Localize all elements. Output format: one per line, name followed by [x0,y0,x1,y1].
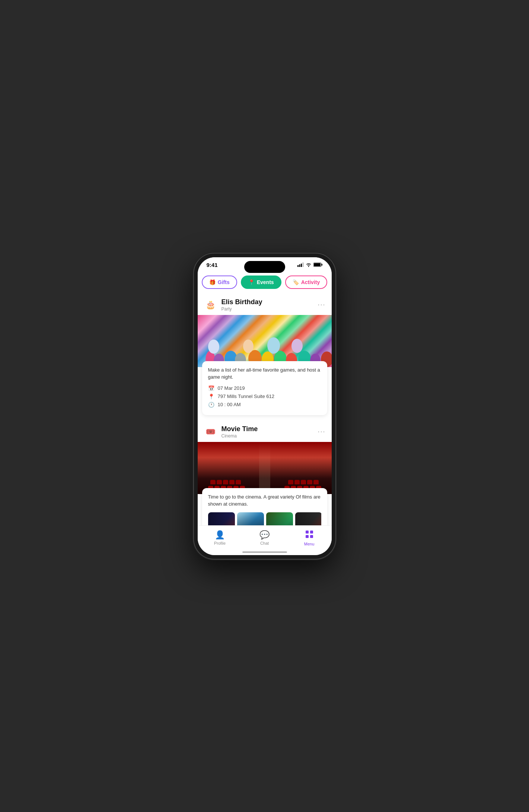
tab-events[interactable]: 📍 Events [241,276,281,289]
nav-profile[interactable]: 👤 Profile [198,529,242,548]
activity-label: Activity [301,279,320,285]
profile-nav-icon: 👤 [215,530,225,540]
movie-subtitle: Cinema [222,433,258,439]
menu-nav-icon [305,530,313,541]
gifts-label: Gifts [218,279,230,285]
events-label: Events [257,279,274,285]
birthday-banner [198,315,332,367]
dynamic-island [244,261,285,273]
event-card-movie: 🎟️ Movie Time Cinema ··· [198,420,332,525]
svg-rect-8 [310,531,313,534]
battery-icon [313,262,323,267]
movie-info-header: Movie Time Cinema [222,425,258,439]
svg-rect-9 [306,535,309,538]
tab-gifts[interactable]: 🎁 Gifts [202,276,237,289]
tab-activity[interactable]: 🏷️ Activity [285,276,328,289]
events-icon: 📍 [248,279,255,285]
poster-avengers[interactable]: AVENGERSEND GAME [208,512,235,525]
event-card-birthday: 🎂 Elis Birthday Party ··· [198,293,332,415]
svg-rect-10 [310,535,313,538]
birthday-info-card: Make a list of her all-time favorite gam… [202,361,327,415]
movie-more-button[interactable]: ··· [318,428,325,436]
poster-jumanji[interactable]: JUMANJI [266,512,293,525]
phone-frame: 9:41 [194,254,335,559]
svg-rect-5 [321,264,322,266]
birthday-description: Make a list of her all-time favorite gam… [208,366,321,381]
svg-rect-6 [314,263,321,266]
movie-description: Time to go to the cinema. A great variet… [208,493,321,508]
birthday-icon: 🎂 [204,298,218,312]
tab-row: 🎁 Gifts 📍 Events 🏷️ Activity [198,270,332,293]
birthday-location: 797 Mills Tunnel Suite 612 [218,394,274,399]
movie-info-card: Time to go to the cinema. A great variet… [202,488,327,525]
birthday-location-detail: 📍 797 Mills Tunnel Suite 612 [208,394,321,399]
event-header-left: 🎂 Elis Birthday Party [204,298,262,312]
movie-icon: 🎟️ [204,425,218,439]
status-time: 9:41 [207,262,218,268]
chat-nav-icon: 💬 [259,530,270,540]
bottom-nav: 👤 Profile 💬 Chat Menu [198,525,332,555]
nav-menu[interactable]: Menu [287,529,332,548]
poster-johnwick[interactable]: JOHNWICK 3 [295,512,321,525]
status-icons [297,262,323,267]
event-movie-header-left: 🎟️ Movie Time Cinema [204,425,258,439]
phone-screen: 9:41 [198,257,332,555]
home-indicator [242,551,287,553]
svg-rect-7 [306,531,309,534]
poster-johnwick-label: JOHNWICK 3 [295,512,321,525]
activity-icon: 🏷️ [293,279,299,285]
wifi-icon [306,262,312,267]
chat-nav-label: Chat [260,541,269,545]
birthday-date-detail: 📅 07 Mar 2019 [208,385,321,391]
birthday-subtitle: Party [222,306,262,312]
poster-frozen[interactable]: FROZENII [237,512,264,525]
event-header-birthday: 🎂 Elis Birthday Party ··· [198,293,332,315]
poster-jumanji-label: JUMANJI [266,512,293,525]
signal-icon [297,262,304,267]
svg-rect-1 [299,264,300,267]
birthday-date: 07 Mar 2019 [218,385,245,391]
poster-avengers-label: AVENGERSEND GAME [208,512,235,525]
movie-posters-grid: AVENGERSEND GAME FROZENII JUMANJI JOHNWI… [208,512,321,525]
svg-rect-0 [297,265,299,267]
poster-frozen-label: FROZENII [237,512,264,525]
birthday-time: 10 : 00 AM [218,402,241,407]
calendar-icon: 📅 [208,385,215,391]
birthday-time-detail: 🕐 10 : 00 AM [208,402,321,408]
birthday-title: Elis Birthday [222,298,262,306]
birthday-more-button[interactable]: ··· [318,301,325,309]
profile-nav-label: Profile [214,541,226,545]
gifts-icon: 🎁 [209,279,216,285]
scroll-area[interactable]: 🎁 Gifts 📍 Events 🏷️ Activity 🎂 [198,270,332,525]
movie-title: Movie Time [222,425,258,433]
nav-chat[interactable]: 💬 Chat [242,529,287,548]
svg-rect-2 [301,264,302,267]
svg-rect-3 [302,262,303,267]
event-header-movie: 🎟️ Movie Time Cinema ··· [198,420,332,442]
birthday-info: Elis Birthday Party [222,298,262,312]
cinema-banner [198,442,332,494]
location-icon: 📍 [208,394,215,399]
clock-icon: 🕐 [208,402,215,408]
menu-nav-label: Menu [304,542,315,546]
